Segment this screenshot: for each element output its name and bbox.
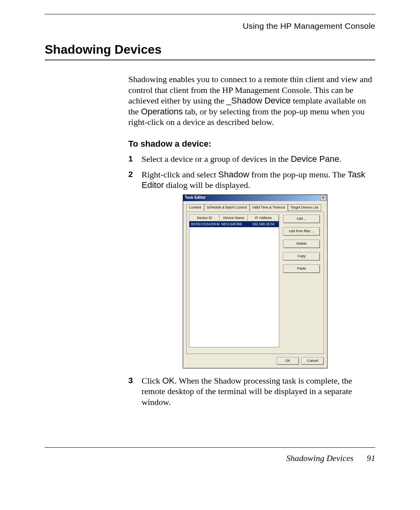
inline-code-shadow: Shadow (218, 170, 249, 179)
tab-valid-time-timeout[interactable]: Valid Time & Timeout (250, 204, 288, 211)
body-column: Shadowing enables you to connect to a re… (128, 74, 375, 407)
step-2-text-b: from the pop-up menu. The (249, 170, 348, 179)
section-rule (45, 59, 375, 61)
table-header-row: Device ID Device Name IP Address (189, 215, 279, 221)
step-2-text-c: dialog will be displayed. (164, 180, 250, 190)
step-2-text-a: Right-click and select (142, 170, 218, 179)
tab-schedule-batch[interactable]: Schedule & Batch Control (204, 204, 250, 211)
dialog-titlebar: Task Editor × (183, 195, 327, 201)
step-3: Click OK. When the Shadow processing tas… (128, 375, 375, 408)
procedure-heading: To shadow a device: (128, 138, 375, 149)
tab-panel: Device ID Device Name IP Address 00:E0:C… (186, 212, 324, 354)
button-column: Add ... Add from filter ... Delete Copy … (283, 214, 320, 347)
ok-button[interactable]: OK (276, 357, 299, 365)
panel-inner: Device ID Device Name IP Address 00:E0:C… (189, 214, 321, 347)
task-editor-dialog: Task Editor × Content Schedule & Batch C… (183, 195, 327, 368)
step-1: Select a device or a group of devices in… (128, 154, 375, 165)
bottom-rule (45, 447, 375, 448)
cell-device-id: 00:E0:C5:54:E8:6C (189, 221, 220, 227)
close-glyph: × (322, 196, 324, 200)
col-header-device-name[interactable]: Device Name (220, 215, 248, 221)
document-page: Using the HP Management Console Shadowin… (0, 0, 420, 510)
step-1-text-a: Select a device or a group of devices in… (142, 154, 291, 164)
cell-device-name: NEO-54F269 (220, 221, 248, 227)
inline-code-operations: Operations (141, 107, 183, 116)
delete-button[interactable]: Delete (283, 240, 320, 248)
paste-button[interactable]: Paste (283, 265, 320, 273)
tab-content[interactable]: Content (186, 204, 204, 211)
close-icon[interactable]: × (320, 195, 326, 201)
dialog-title: Task Editor (185, 195, 206, 200)
copy-button[interactable]: Copy (283, 252, 320, 261)
cancel-button[interactable]: Cancel (301, 357, 324, 365)
step-2: Right-click and select Shadow from the p… (128, 169, 375, 368)
add-from-filter-button[interactable]: Add from filter ... (283, 227, 320, 236)
footer-section-name: Shadowing Devices (286, 453, 354, 463)
step-3-text-a: Click (142, 376, 162, 386)
inline-code-ok: OK (162, 376, 175, 386)
inline-code-shadow-device: _Shadow Device (226, 96, 290, 105)
tabs-row: Content Schedule & Batch Control Valid T… (183, 201, 327, 211)
intro-paragraph: Shadowing enables you to connect to a re… (128, 74, 375, 128)
page-number: 91 (367, 453, 375, 463)
cell-ip-address: 192.168.18.50 (248, 221, 279, 227)
steps-list: Select a device or a group of devices in… (128, 154, 375, 407)
running-header: Using the HP Management Console (45, 21, 375, 31)
step-1-text-b: . (339, 154, 341, 164)
dialog-actions: OK Cancel (183, 357, 327, 368)
section-title: Shadowing Devices (45, 42, 375, 57)
col-header-device-id[interactable]: Device ID (189, 215, 220, 221)
inline-code-device-pane: Device Pane (291, 154, 340, 164)
device-table[interactable]: Device ID Device Name IP Address 00:E0:C… (189, 214, 279, 347)
table-row[interactable]: 00:E0:C5:54:E8:6C NEO-54F269 192.168.18.… (189, 221, 279, 227)
top-rule (45, 14, 375, 14)
col-header-ip-address[interactable]: IP Address (248, 215, 279, 221)
add-button[interactable]: Add ... (283, 215, 320, 223)
page-footer: Shadowing Devices 91 (45, 453, 375, 463)
tab-target-device-list[interactable]: Target Device List (288, 204, 321, 211)
